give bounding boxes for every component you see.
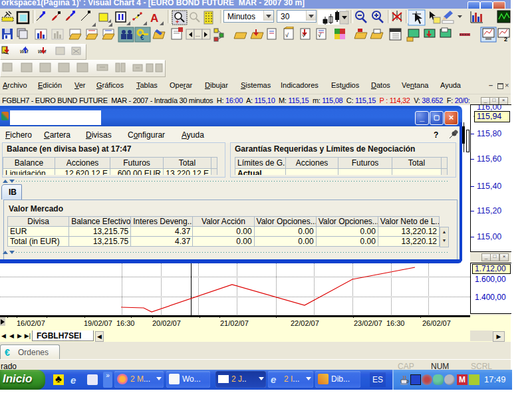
- svg-text:√: √: [302, 32, 305, 39]
- svg-text:√: √: [285, 32, 289, 39]
- svg-text:+: +: [176, 19, 179, 25]
- svg-text:A: A: [150, 12, 158, 25]
- svg-text:2: 2: [504, 36, 507, 43]
- svg-text:€: €: [140, 34, 144, 41]
- svg-text:...: ...: [196, 32, 200, 38]
- svg-text:√: √: [318, 32, 321, 39]
